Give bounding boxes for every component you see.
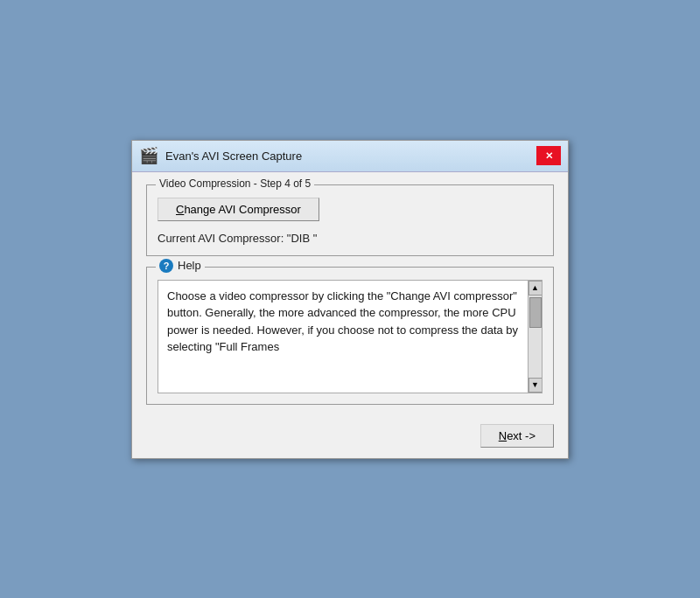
- next-label-rest: ext ->: [507, 429, 536, 442]
- help-legend: ? Help: [156, 259, 205, 273]
- titlebar-left: 🎬 Evan's AVI Screen Capture: [139, 146, 302, 165]
- current-compressor-text: Current AVI Compressor: "DIB ": [158, 232, 542, 245]
- scroll-down-button[interactable]: ▼: [528, 378, 542, 393]
- video-compression-group: Video Compression - Step 4 of 5 Change A…: [146, 184, 554, 256]
- close-button[interactable]: ✕: [536, 146, 561, 165]
- change-avi-label-rest: hange AVI Compressor: [184, 203, 300, 216]
- help-textbox: Choose a video compressor by clicking th…: [158, 280, 542, 393]
- app-icon: 🎬: [139, 146, 158, 165]
- help-group: ? Help Choose a video compressor by clic…: [146, 267, 554, 405]
- window-content: Video Compression - Step 4 of 5 Change A…: [132, 172, 568, 417]
- change-avi-compressor-button[interactable]: Change AVI Compressor: [158, 198, 319, 221]
- footer: Next ->: [132, 417, 568, 458]
- next-button[interactable]: Next ->: [480, 424, 554, 448]
- help-label: Help: [178, 259, 201, 272]
- scrollbar: ▲ ▼: [528, 281, 542, 393]
- help-icon: ?: [159, 259, 173, 273]
- next-underline: N: [499, 429, 507, 442]
- main-window: 🎬 Evan's AVI Screen Capture ✕ Video Comp…: [131, 140, 569, 459]
- scroll-thumb[interactable]: [529, 297, 542, 328]
- window-title: Evan's AVI Screen Capture: [165, 150, 302, 163]
- change-avi-label: C: [176, 203, 184, 216]
- video-compression-legend: Video Compression - Step 4 of 5: [156, 177, 314, 190]
- help-text-content: Choose a video compressor by clicking th…: [158, 281, 528, 393]
- scroll-up-button[interactable]: ▲: [528, 281, 542, 296]
- titlebar: 🎬 Evan's AVI Screen Capture ✕: [132, 141, 568, 172]
